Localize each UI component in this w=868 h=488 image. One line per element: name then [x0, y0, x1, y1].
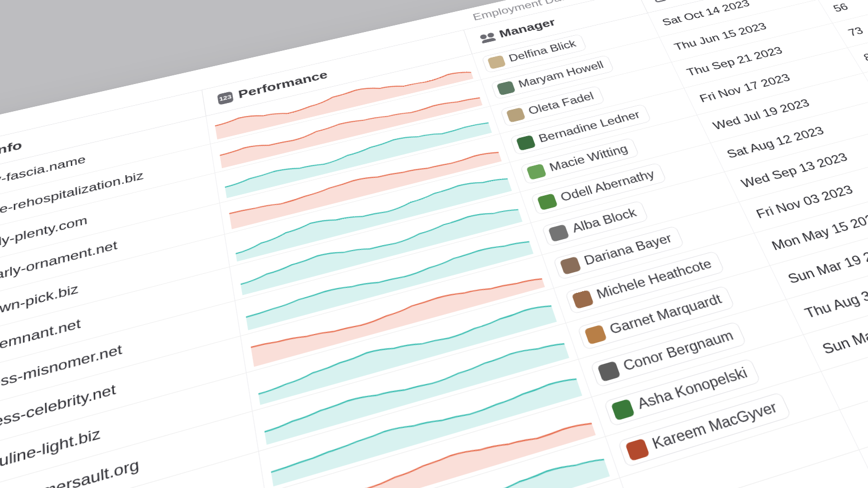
avatar [487, 55, 506, 69]
avatar [559, 256, 581, 274]
avatar [496, 80, 515, 95]
calendar-icon [652, 0, 667, 3]
people-icon [480, 32, 496, 43]
avatar [571, 290, 593, 309]
avatar [625, 438, 650, 461]
avatar [597, 361, 621, 382]
data-grid-card: ID A Email Info More Info 123 Performanc… [0, 0, 868, 488]
avatar [526, 163, 547, 180]
avatar [516, 134, 536, 150]
avatar [611, 399, 635, 421]
avatar [506, 107, 526, 123]
avatar [548, 224, 569, 242]
manager-name: Alba Block [570, 206, 639, 236]
number-type-icon: 123 [217, 91, 234, 105]
table-rows: 23 Adeline.Dach@hotmail.com ://showy-fas… [0, 0, 868, 488]
avatar [584, 324, 607, 344]
avatar [537, 193, 558, 210]
